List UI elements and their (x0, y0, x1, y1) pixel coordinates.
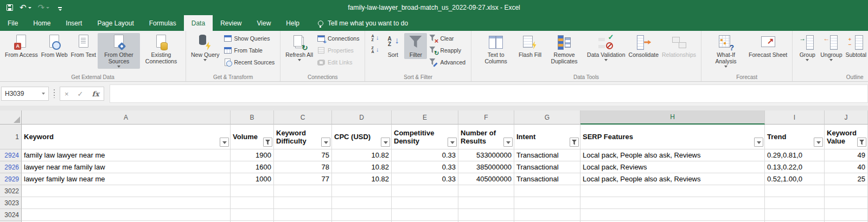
sort-descending-button[interactable] (371, 45, 379, 55)
cell-d2926[interactable]: 10.82 (332, 161, 392, 173)
consolidate-button[interactable]: Consolidate (627, 33, 660, 59)
row-header-2926[interactable]: 2926 (0, 161, 22, 173)
row-header-2929[interactable]: 2929 (0, 173, 22, 185)
remove-duplicates-button[interactable]: Remove Duplicates (543, 33, 585, 66)
header-cell-serp-features[interactable]: SERP Features (580, 125, 765, 149)
cancel-icon[interactable]: × (65, 90, 69, 98)
cell-e2926[interactable]: 0.33 (392, 161, 458, 173)
what-if-analysis-button[interactable]: What-If Analysis (705, 33, 747, 69)
column-header-d[interactable]: D (332, 110, 392, 125)
group-button[interactable]: Group (796, 33, 819, 62)
cell-c2929[interactable]: 77 (274, 173, 332, 185)
connections-button[interactable]: Connections (317, 34, 359, 43)
cell-a3022[interactable] (22, 185, 231, 197)
cell-b2924[interactable]: 1900 (231, 149, 274, 161)
recent-sources-button[interactable]: Recent Sources (224, 57, 275, 67)
sort-ascending-button[interactable] (371, 34, 379, 43)
undo-button[interactable]: ↶ (20, 4, 31, 11)
cell-a3024[interactable] (22, 209, 231, 221)
cell-g2924[interactable]: Transactional (514, 149, 580, 161)
cell-f2926[interactable]: 385000000 (458, 161, 514, 173)
filter-button[interactable]: Filter (404, 33, 427, 59)
cell-b3023[interactable] (231, 197, 274, 209)
new-query-button[interactable]: New Query (189, 33, 221, 62)
cell-d3024[interactable] (332, 209, 392, 221)
cell-d3022[interactable] (332, 185, 392, 197)
cell-h3022[interactable] (580, 185, 765, 197)
header-cell-cpc-usd[interactable]: CPC (USD) (332, 125, 392, 149)
filter-applied-button[interactable] (570, 138, 579, 147)
cell-d2929[interactable]: 10.82 (332, 173, 392, 185)
cell-g3022[interactable] (514, 185, 580, 197)
cell-h3023[interactable] (580, 197, 765, 209)
text-to-columns-button[interactable]: Text to Columns (475, 33, 517, 66)
cell-h2926[interactable]: Local pack, Reviews (580, 161, 765, 173)
cell-j2924[interactable]: 49 (825, 149, 868, 161)
customize-qat-button[interactable] (56, 7, 62, 8)
cell-f2924[interactable]: 533000000 (458, 149, 514, 161)
row-header-2924[interactable]: 2924 (0, 149, 22, 161)
refresh-all-button[interactable]: Refresh All (284, 33, 315, 62)
cell-i2926[interactable]: 0.13,0.22,0 (765, 161, 825, 173)
cell-e3023[interactable] (392, 197, 458, 209)
from-other-sources-button[interactable]: From Other Sources (98, 33, 140, 69)
column-header-g[interactable]: G (514, 110, 580, 125)
from-access-button[interactable]: From Access (3, 33, 40, 59)
column-header-b[interactable]: B (231, 110, 274, 125)
reapply-button[interactable]: Reapply (429, 45, 465, 55)
from-web-button[interactable]: From Web (40, 33, 69, 59)
column-header-h[interactable]: H (580, 110, 765, 125)
cell-h3024[interactable] (580, 209, 765, 221)
filter-applied-button[interactable] (263, 138, 272, 147)
tab-file[interactable]: File (0, 15, 25, 31)
cell-c2926[interactable]: 78 (274, 161, 332, 173)
cell-g3023[interactable] (514, 197, 580, 209)
header-cell-trend[interactable]: Trend (765, 125, 825, 149)
name-box[interactable]: H3039 (1, 87, 49, 101)
cell-b2929[interactable]: 1000 (231, 173, 274, 185)
redo-button[interactable]: ↷ (38, 4, 50, 11)
cell-a2926[interactable]: lawyer near me family law (22, 161, 231, 173)
cell-c3023[interactable] (274, 197, 332, 209)
sort-button[interactable]: Sort (381, 33, 404, 59)
cell-e3022[interactable] (392, 185, 458, 197)
clear-button[interactable]: Clear (429, 34, 465, 43)
cell-j3023[interactable] (825, 197, 868, 209)
column-header-f[interactable]: F (458, 110, 514, 125)
column-header-c[interactable]: C (274, 110, 332, 125)
tab-home[interactable]: Home (25, 15, 58, 31)
cell-a2929[interactable]: lawyer family law near me (22, 173, 231, 185)
cell-d2924[interactable]: 10.82 (332, 149, 392, 161)
cell-c3024[interactable] (274, 209, 332, 221)
cell-f3023[interactable] (458, 197, 514, 209)
header-cell-keyword-difficulty[interactable]: Keyword Difficulty (274, 125, 332, 149)
save-button[interactable] (7, 4, 13, 11)
filter-dropdown-button[interactable] (220, 138, 229, 147)
forecast-sheet-button[interactable]: Forecast Sheet (747, 33, 789, 59)
cell-d3023[interactable] (332, 197, 392, 209)
header-cell-competitive-density[interactable]: Competitive Density (392, 125, 458, 149)
filter-dropdown-button[interactable] (381, 138, 390, 147)
cell-a2924[interactable]: family law lawyer near me (22, 149, 231, 161)
filter-dropdown-button[interactable] (321, 138, 330, 147)
tab-view[interactable]: View (250, 15, 279, 31)
from-table-button[interactable]: From Table (224, 45, 275, 55)
cell-i3022[interactable] (765, 185, 825, 197)
cell-c2924[interactable]: 75 (274, 149, 332, 161)
formula-input[interactable] (110, 84, 868, 103)
insert-function-icon[interactable]: fx (92, 90, 99, 98)
tab-insert[interactable]: Insert (58, 15, 90, 31)
tab-data[interactable]: Data (184, 15, 213, 31)
cell-c3022[interactable] (274, 185, 332, 197)
cell-j3024[interactable] (825, 209, 868, 221)
cell-g2926[interactable]: Transactional (514, 161, 580, 173)
header-cell-keyword[interactable]: Keyword (22, 125, 231, 149)
data-validation-button[interactable]: Data Validation (585, 33, 627, 62)
enter-icon[interactable]: ✓ (78, 90, 84, 98)
select-all-button[interactable] (0, 110, 22, 125)
tab-review[interactable]: Review (213, 15, 249, 31)
cell-j2929[interactable]: 25 (825, 173, 868, 185)
filter-dropdown-button[interactable] (503, 138, 513, 147)
cell-f3022[interactable] (458, 185, 514, 197)
cell-i3023[interactable] (765, 197, 825, 209)
